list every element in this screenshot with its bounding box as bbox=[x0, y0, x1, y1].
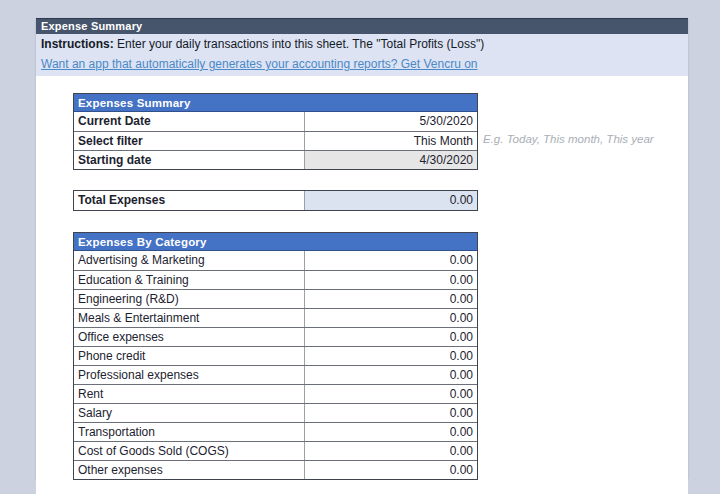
category-row: Cost of Goods Sold (COGS) 0.00 bbox=[74, 441, 477, 460]
category-label: Phone credit bbox=[74, 347, 305, 365]
category-label: Meals & Entertainment bbox=[74, 309, 305, 327]
category-row: Engineering (R&D) 0.00 bbox=[74, 289, 477, 308]
category-row: Professional expenses 0.00 bbox=[74, 365, 477, 384]
info-band: Instructions: Enter your daily transacti… bbox=[36, 34, 688, 76]
category-amount-cell[interactable]: 0.00 bbox=[305, 442, 477, 460]
category-row: Phone credit 0.00 bbox=[74, 346, 477, 365]
table-row: Current Date 5/30/2020 bbox=[74, 112, 477, 131]
category-row: Meals & Entertainment 0.00 bbox=[74, 308, 477, 327]
category-row: Other expenses 0.00 bbox=[74, 460, 477, 479]
select-filter-label: Select filter bbox=[74, 132, 305, 150]
category-amount-cell[interactable]: 0.00 bbox=[305, 385, 477, 403]
filter-hint-text: E.g. Today, This month, This year bbox=[483, 133, 654, 145]
instructions-row: Instructions: Enter your daily transacti… bbox=[36, 34, 688, 55]
starting-date-cell[interactable]: 4/30/2020 bbox=[305, 151, 477, 169]
starting-date-label: Starting date bbox=[74, 151, 305, 169]
category-label: Cost of Goods Sold (COGS) bbox=[74, 442, 305, 460]
category-amount-cell[interactable]: 0.00 bbox=[305, 423, 477, 441]
category-amount-cell[interactable]: 0.00 bbox=[305, 290, 477, 308]
spreadsheet-panel: Expense Summary Instructions: Enter your… bbox=[36, 18, 688, 478]
category-amount-cell[interactable]: 0.00 bbox=[305, 309, 477, 327]
sheet-body: Expenses Summary Current Date 5/30/2020 … bbox=[36, 93, 688, 494]
sheet-title-bar: Expense Summary bbox=[36, 18, 688, 34]
expenses-summary-header: Expenses Summary bbox=[74, 94, 477, 112]
table-row: Starting date 4/30/2020 bbox=[74, 150, 477, 169]
category-label: Office expenses bbox=[74, 328, 305, 346]
expenses-by-category-header: Expenses By Category bbox=[74, 233, 477, 251]
category-label: Education & Training bbox=[74, 271, 305, 289]
category-label: Engineering (R&D) bbox=[74, 290, 305, 308]
link-row: Want an app that automatically generates… bbox=[36, 55, 688, 76]
category-row: Education & Training 0.00 bbox=[74, 270, 477, 289]
category-label: Other expenses bbox=[74, 461, 305, 479]
category-row: Rent 0.00 bbox=[74, 384, 477, 403]
category-label: Rent bbox=[74, 385, 305, 403]
current-date-cell[interactable]: 5/30/2020 bbox=[305, 112, 477, 131]
current-date-label: Current Date bbox=[74, 112, 305, 131]
category-amount-cell[interactable]: 0.00 bbox=[305, 366, 477, 384]
expenses-summary-table: Expenses Summary Current Date 5/30/2020 … bbox=[73, 93, 478, 170]
table-row: Select filter This Month bbox=[74, 131, 477, 150]
category-row: Transportation 0.00 bbox=[74, 422, 477, 441]
instructions-prefix: Instructions: bbox=[41, 37, 114, 51]
vencru-link[interactable]: Want an app that automatically generates… bbox=[41, 57, 477, 71]
category-amount-cell[interactable]: 0.00 bbox=[305, 251, 477, 270]
total-expenses-label: Total Expenses bbox=[74, 191, 305, 210]
select-filter-cell[interactable]: This Month bbox=[305, 132, 477, 150]
category-amount-cell[interactable]: 0.00 bbox=[305, 271, 477, 289]
category-amount-cell[interactable]: 0.00 bbox=[305, 328, 477, 346]
category-label: Professional expenses bbox=[74, 366, 305, 384]
category-row: Salary 0.00 bbox=[74, 403, 477, 422]
category-label: Salary bbox=[74, 404, 305, 422]
category-amount-cell[interactable]: 0.00 bbox=[305, 461, 477, 479]
category-amount-cell[interactable]: 0.00 bbox=[305, 404, 477, 422]
instructions-text: Enter your daily transactions into this … bbox=[114, 37, 484, 51]
total-expenses-row: Total Expenses 0.00 bbox=[74, 191, 477, 210]
category-row: Advertising & Marketing 0.00 bbox=[74, 251, 477, 270]
desktop-background: { "header_bar": { "label": "Expense Summ… bbox=[0, 0, 720, 494]
expenses-by-category-table: Expenses By Category Advertising & Marke… bbox=[73, 232, 478, 480]
total-expenses-cell[interactable]: 0.00 bbox=[305, 191, 477, 210]
total-expenses-table: Total Expenses 0.00 bbox=[73, 190, 478, 211]
category-amount-cell[interactable]: 0.00 bbox=[305, 347, 477, 365]
category-row: Office expenses 0.00 bbox=[74, 327, 477, 346]
category-label: Transportation bbox=[74, 423, 305, 441]
category-label: Advertising & Marketing bbox=[74, 251, 305, 270]
sheet-title: Expense Summary bbox=[41, 20, 142, 32]
